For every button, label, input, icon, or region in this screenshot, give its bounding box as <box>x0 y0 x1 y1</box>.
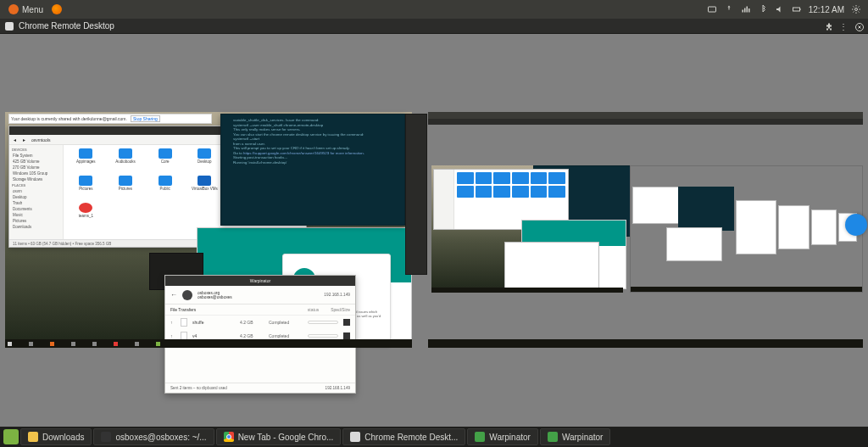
nested-taskbar[interactable] <box>431 288 623 293</box>
recursive-preview[interactable] <box>811 210 836 245</box>
folder-item[interactable]: Appimages <box>67 148 105 174</box>
tb-item[interactable] <box>8 342 12 346</box>
deep-terminal[interactable] <box>678 187 734 231</box>
close-icon[interactable] <box>854 22 863 31</box>
keyboard-layout-icon[interactable] <box>707 4 717 14</box>
menu-label: Menu <box>22 5 43 14</box>
back-icon[interactable]: ← <box>170 291 177 299</box>
fm-sidebar-item[interactable]: osvm <box>12 189 60 193</box>
bluetooth-icon[interactable] <box>758 4 768 14</box>
taskbar-item[interactable]: Chrome Remote Deskt... <box>342 428 465 445</box>
menu-button[interactable]: Menu <box>3 4 48 14</box>
system-tray: 12:12 AM <box>707 4 865 14</box>
folder-item[interactable]: Pictures <box>107 176 145 201</box>
battery-icon[interactable] <box>792 4 802 14</box>
network-icon[interactable] <box>741 4 751 14</box>
deep-warpinator[interactable] <box>666 227 722 261</box>
folder-item[interactable]: Pictures <box>67 176 105 201</box>
settings-gear-icon[interactable] <box>851 4 861 14</box>
folder-item[interactable]: Public <box>146 176 184 201</box>
tb-item[interactable] <box>135 342 139 346</box>
svg-rect-0 <box>708 7 715 12</box>
tb-item[interactable] <box>156 342 160 346</box>
nested-session-right[interactable] <box>630 165 863 293</box>
peer-ip: 192.168.1.149 <box>324 293 350 297</box>
folder-item[interactable]: Core <box>146 148 184 174</box>
side-panel-stack[interactable] <box>405 114 427 275</box>
direction-icon: ↑ <box>170 333 175 338</box>
taskbar-label: Chrome Remote Deskt... <box>364 433 458 442</box>
taskbar-item[interactable]: osboxes@osboxes: ~/... <box>93 428 214 445</box>
crd-side-handle-icon[interactable] <box>845 214 867 236</box>
taskbar-item[interactable]: Warpinator <box>540 428 611 445</box>
tb-item[interactable] <box>50 342 54 346</box>
folder-label: Appimages <box>76 159 96 164</box>
terminal-window[interactable]: variable_shuttle_disk_services. Issue th… <box>220 114 405 226</box>
file-manager-sidebar[interactable]: DEVICES File System 425 GB Volume 270 GB… <box>9 145 64 239</box>
nested-session-left[interactable] <box>431 165 623 293</box>
fm-sidebar-item[interactable]: Windows 10S Group <box>12 171 60 176</box>
folder-label: Core <box>161 159 170 164</box>
volume-icon[interactable] <box>775 4 785 14</box>
deep-window-cluster[interactable] <box>632 187 732 271</box>
fm-back-icon[interactable]: ◄ <box>13 137 17 142</box>
folder-icon <box>159 176 172 186</box>
stop-sharing-button[interactable]: Stop Sharing <box>131 115 160 122</box>
transfer-stop-icon[interactable] <box>343 319 350 326</box>
nested-warpinator-window[interactable] <box>504 242 599 291</box>
firefox-icon[interactable] <box>52 4 62 14</box>
fm-sidebar-item[interactable]: Music <box>12 213 60 217</box>
fm-sidebar-item[interactable]: Desktop <box>12 195 60 199</box>
tb-item[interactable] <box>29 342 33 346</box>
nested-host-taskbar[interactable] <box>428 339 863 348</box>
folder-item[interactable]: VirtualBox VMs <box>186 176 224 201</box>
taskbar-item[interactable]: Warpinator <box>467 428 538 445</box>
fm-path[interactable]: osvmtools <box>31 137 51 142</box>
peer-user: osboxes@osboxes <box>198 295 232 299</box>
remote-taskbar-left[interactable] <box>5 339 412 348</box>
clock[interactable]: 12:12 AM <box>809 5 844 14</box>
fm-sidebar-item[interactable]: 425 GB Volume <box>12 159 60 164</box>
fm-sidebar-item[interactable]: Documents <box>12 207 60 211</box>
fm-sidebar-item[interactable]: Downloads <box>12 225 60 229</box>
svg-rect-2 <box>799 8 800 10</box>
folder-item[interactable]: Desktop <box>186 148 224 174</box>
remote-session-right[interactable] <box>428 112 863 348</box>
nested-top-panel[interactable] <box>428 112 863 119</box>
warp-footer-text: Sent 2 items – no clipboard used <box>170 386 227 390</box>
transfer-row[interactable]: ↑shuffe4.2 GBCompleted <box>165 316 355 329</box>
tb-item[interactable] <box>114 342 118 346</box>
tb-item[interactable] <box>92 342 97 346</box>
recursive-preview[interactable] <box>736 200 776 254</box>
peer-avatar-icon <box>182 290 192 300</box>
fm-forward-icon[interactable]: ► <box>22 137 26 142</box>
extensions-icon[interactable] <box>824 22 832 31</box>
fm-sidebar-item[interactable]: Trash <box>12 201 60 205</box>
fm-sidebar-item[interactable]: Pictures <box>12 219 60 223</box>
recursive-preview[interactable] <box>778 205 810 249</box>
transfer-stop-icon[interactable] <box>343 332 350 339</box>
folder-item[interactable]: Audiobooks <box>107 148 145 174</box>
updates-icon[interactable] <box>724 4 734 14</box>
folder-icon <box>198 176 211 186</box>
remote-session-left[interactable]: Your desktop is currently shared with de… <box>5 112 412 348</box>
terminal-line: Running 'install-chrome-desktop' <box>233 160 401 165</box>
deep-taskbar[interactable] <box>631 287 862 292</box>
start-menu-button[interactable] <box>3 429 19 444</box>
transfer-size: 4.2 GB <box>240 320 264 325</box>
folder-item[interactable]: teams_1 <box>67 203 105 228</box>
nested-fm-sidebar[interactable] <box>434 170 454 229</box>
taskbar-item[interactable]: New Tab - Google Chro... <box>216 428 342 445</box>
folder-icon <box>79 176 92 186</box>
tb-item[interactable] <box>71 342 75 346</box>
fm-sidebar-item[interactable]: Storage Windows <box>12 177 60 182</box>
fm-sidebar-item[interactable]: File System <box>12 154 60 158</box>
term-icon <box>101 432 111 442</box>
taskbar-item[interactable]: Downloads <box>20 428 92 445</box>
transfer-state: Completed <box>269 333 303 338</box>
crd-icon <box>350 432 360 442</box>
fm-sidebar-item[interactable]: 270 GB Volume <box>12 165 60 170</box>
warpinator-window[interactable]: Warpinator ← osboxes.org osboxes@osboxes… <box>164 275 356 394</box>
warpinator-titlebar[interactable]: Warpinator <box>165 276 355 286</box>
more-menu-icon[interactable]: ⋮ <box>839 22 848 31</box>
